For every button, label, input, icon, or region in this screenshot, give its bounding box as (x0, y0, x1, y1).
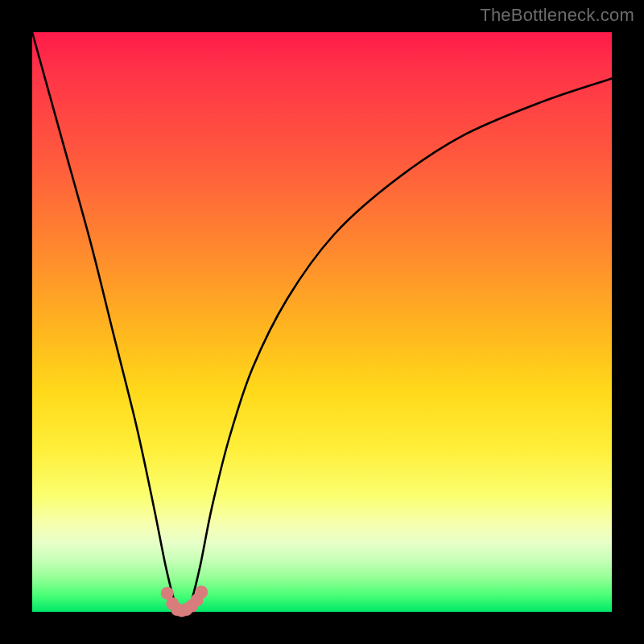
bottleneck-curve (32, 32, 612, 613)
valley-dots (161, 586, 208, 617)
watermark-text: TheBottleneck.com (480, 5, 634, 26)
valley-dot (195, 586, 208, 599)
plot-area (32, 32, 612, 612)
chart-frame: TheBottleneck.com (0, 0, 644, 644)
curve-layer (32, 32, 612, 612)
